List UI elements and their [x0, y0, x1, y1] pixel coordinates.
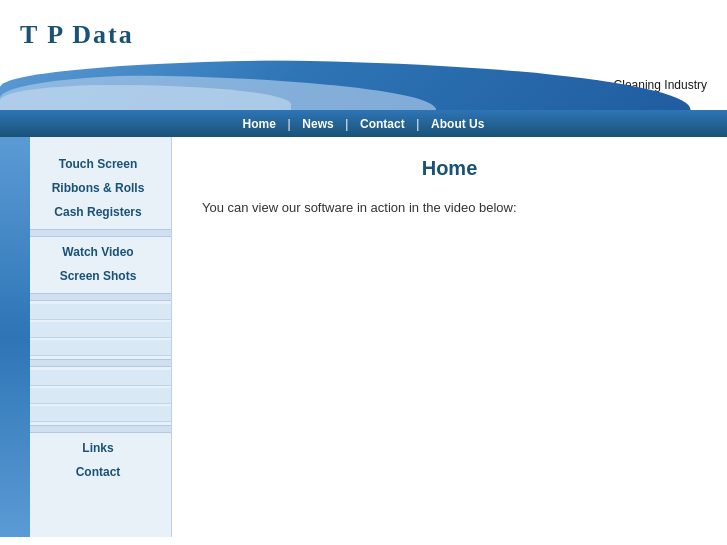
sidebar-item-contact[interactable]: Contact: [0, 460, 171, 484]
sidebar-empty-6: [30, 406, 171, 422]
sidebar-empty-1: [30, 304, 171, 320]
sidebar-divider-1: [30, 229, 171, 237]
sidebar-empty-3: [30, 340, 171, 356]
nav-sep-3: |: [416, 117, 419, 131]
sidebar-section-misc: Links Contact: [0, 436, 171, 484]
content-body: You can view our software in action in t…: [202, 200, 697, 215]
sidebar-item-cash-registers[interactable]: Cash Registers: [0, 200, 171, 224]
sidebar-item-screen-shots[interactable]: Screen Shots: [0, 264, 171, 288]
content-area: Home You can view our software in action…: [172, 137, 727, 537]
nav-home[interactable]: Home: [235, 117, 284, 131]
sidebar: Touch Screen Ribbons & Rolls Cash Regist…: [0, 137, 172, 537]
sidebar-divider-4: [30, 425, 171, 433]
sidebar-empty-5: [30, 388, 171, 404]
main-layout: Touch Screen Ribbons & Rolls Cash Regist…: [0, 137, 727, 537]
nav-sep-1: |: [288, 117, 291, 131]
sidebar-empty-2: [30, 322, 171, 338]
sidebar-section-media: Watch Video Screen Shots: [0, 240, 171, 288]
sidebar-item-watch-video[interactable]: Watch Video: [0, 240, 171, 264]
nav-contact[interactable]: Contact: [352, 117, 413, 131]
page-title: Home: [202, 157, 697, 180]
sidebar-item-ribbons-rolls[interactable]: Ribbons & Rolls: [0, 176, 171, 200]
sidebar-divider-2: [30, 293, 171, 301]
header: T P Data Cash Registers And Epos Systems…: [0, 0, 727, 110]
site-logo: T P Data: [20, 10, 707, 50]
nav-about[interactable]: About Us: [423, 117, 492, 131]
sidebar-section-products: Touch Screen Ribbons & Rolls Cash Regist…: [0, 152, 171, 224]
wave-decoration: [0, 50, 727, 110]
sidebar-item-touch-screen[interactable]: Touch Screen: [0, 152, 171, 176]
navbar: Home | News | Contact | About Us: [0, 110, 727, 137]
sidebar-divider-3: [30, 359, 171, 367]
nav-sep-2: |: [345, 117, 348, 131]
sidebar-empty-4: [30, 370, 171, 386]
nav-news[interactable]: News: [294, 117, 341, 131]
sidebar-item-links[interactable]: Links: [0, 436, 171, 460]
